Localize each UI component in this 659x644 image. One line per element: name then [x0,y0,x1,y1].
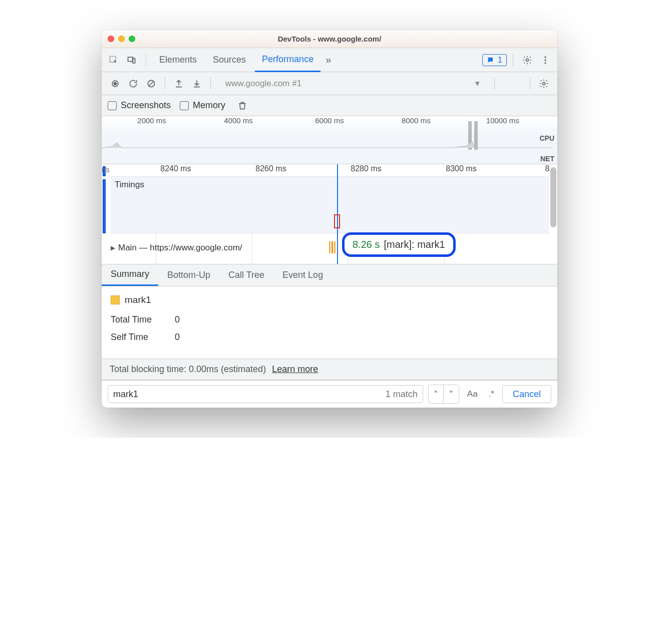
memory-checkbox[interactable]: Memory [180,100,225,111]
search-input[interactable]: mark1 1 match [108,385,423,403]
tab-bottom-up[interactable]: Bottom-Up [158,264,219,286]
kebab-menu-icon[interactable] [537,52,553,68]
timings-track[interactable]: Timings [111,176,549,233]
separator [146,54,146,66]
tick-label: 2000 ms [137,116,166,125]
flame-chart[interactable]: ns Frames 8240 ms 8260 ms 8280 ms 8300 m… [102,164,557,264]
memory-label: Memory [193,100,225,111]
capture-settings-icon[interactable] [535,76,552,92]
color-swatch-icon [111,295,120,304]
svg-point-5 [544,59,546,61]
svg-point-10 [543,82,545,85]
callout-text: [mark]: mark1 [384,239,445,250]
ruler-tick: 8240 ms [160,164,191,173]
recording-label: www.google.com #1 [225,79,301,89]
total-time-label: Total Time [111,314,166,325]
close-icon[interactable] [108,36,114,42]
self-time-value: 0 [175,332,180,343]
titlebar: DevTools - www.google.com/ [102,30,557,48]
cancel-button[interactable]: Cancel [502,385,551,403]
separator [165,78,165,90]
device-toolbar-icon[interactable] [124,52,140,68]
tab-elements[interactable]: Elements [152,48,204,72]
blocking-time-bar: Total blocking time: 0.00ms (estimated) … [102,359,557,380]
checkbox-box-icon [180,101,189,110]
issues-badge[interactable]: 1 [482,54,507,66]
cpu-sparkline [102,140,552,149]
recording-select[interactable]: www.google.com #1 ▾ [220,76,485,91]
settings-icon[interactable] [519,52,535,68]
self-time-row: Self Time 0 [111,332,548,343]
total-time-row: Total Time 0 [111,314,548,325]
callout-time: 8.26 s [353,239,380,250]
search-prev-icon[interactable]: ˄ [429,385,444,403]
svg-point-4 [544,56,546,58]
svg-rect-2 [133,58,135,63]
tab-event-log[interactable]: Event Log [273,264,332,286]
match-case-toggle[interactable]: Aa [464,389,481,399]
svg-point-8 [114,82,117,85]
issues-count: 1 [498,56,502,65]
total-time-value: 0 [175,314,180,325]
download-icon[interactable] [188,76,205,92]
separator [513,54,513,66]
tick-label: 4000 ms [224,116,253,125]
screenshots-checkbox[interactable]: Screenshots [108,100,171,111]
tab-summary[interactable]: Summary [102,264,158,286]
ruler-tick: 8300 ms [446,164,476,173]
separator [530,78,530,90]
performance-toolbar: www.google.com #1 ▾ [102,72,557,95]
maximize-icon[interactable] [129,36,135,42]
flame-ruler: 8240 ms 8260 ms 8280 ms 8300 ms 8 [111,164,549,176]
record-icon[interactable] [107,76,124,92]
ns-label: ns [102,165,110,174]
window-title: DevTools - www.google.com/ [102,35,557,43]
overview-timeline[interactable]: 2000 ms 4000 ms 6000 ms 8000 ms 10000 ms… [102,116,557,164]
search-match-count: 1 match [386,389,418,400]
task-bars [329,241,336,253]
separator [210,78,211,90]
ruler-tick: 8 [545,164,550,173]
blocking-text: Total blocking time: 0.00ms (estimated) [110,364,266,375]
net-label: NET [540,155,554,163]
delete-icon[interactable] [234,98,250,114]
search-next-icon[interactable]: ˅ [444,385,459,403]
main-track-label: Main — https://www.google.com/ [118,243,242,253]
cpu-label: CPU [539,134,554,142]
perf-options: Screenshots Memory [102,95,557,116]
tick-label: 6000 ms [315,116,344,125]
summary-title: mark1 [111,294,548,305]
main-tabs: Elements Sources Performance » 1 [102,48,557,72]
summary-panel: mark1 Total Time 0 Self Time 0 [102,286,557,359]
dropdown-caret-icon: ▾ [475,78,480,89]
summary-name: mark1 [125,294,151,305]
tab-sources[interactable]: Sources [206,48,253,72]
more-tabs-icon[interactable]: » [322,54,334,66]
upload-icon[interactable] [170,76,187,92]
tab-performance[interactable]: Performance [255,48,320,72]
learn-more-link[interactable]: Learn more [272,364,318,375]
detail-tabs: Summary Bottom-Up Call Tree Event Log [102,264,557,286]
timings-label: Timings [115,180,144,189]
reload-icon[interactable] [125,76,142,92]
screenshots-label: Screenshots [121,100,171,111]
tick-label: 10000 ms [486,116,519,125]
search-value: mark1 [113,389,138,400]
tick-label: 8000 ms [402,116,431,125]
marker-callout[interactable]: 8.26 s [mark]: mark1 [342,232,456,257]
expand-triangle-icon[interactable]: ▶ [111,244,115,251]
devtools-window: DevTools - www.google.com/ Elements Sour… [102,30,557,408]
regex-toggle[interactable]: .* [486,389,497,399]
track-gutter [102,164,111,264]
tab-call-tree[interactable]: Call Tree [219,264,273,286]
inspect-element-icon[interactable] [106,52,122,68]
scrollbar-thumb[interactable] [550,167,556,227]
separator [494,78,495,90]
svg-point-3 [526,59,529,61]
svg-point-6 [544,62,546,64]
clear-icon[interactable] [143,76,160,92]
minimize-icon[interactable] [118,36,125,42]
ruler-tick: 8280 ms [351,164,381,173]
self-time-label: Self Time [111,332,166,343]
ruler-tick: 8260 ms [255,164,286,173]
